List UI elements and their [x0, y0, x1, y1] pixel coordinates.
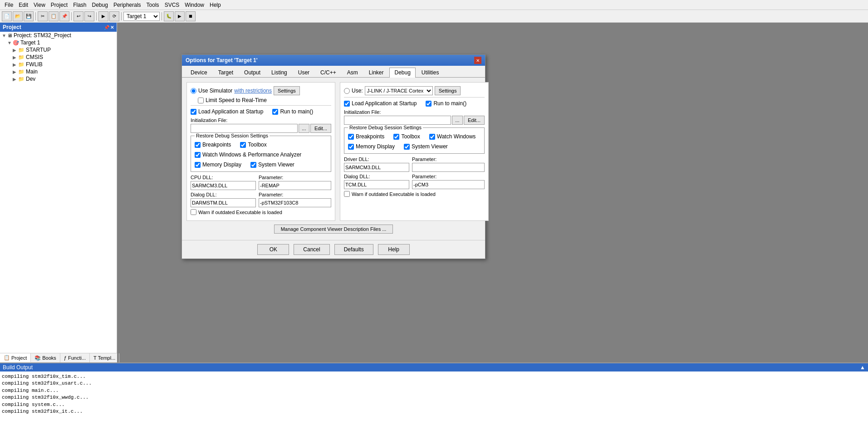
- tree-item-target1[interactable]: ▼ 🎯 Target 1: [0, 39, 117, 46]
- defaults-button[interactable]: Defaults: [334, 244, 373, 255]
- tree-item-dev[interactable]: ▶ 📁 Dev: [0, 75, 117, 83]
- toolbox-checkbox-left[interactable]: [240, 142, 246, 148]
- run-to-main-checkbox-left[interactable]: [272, 109, 278, 115]
- tree-item-startup[interactable]: ▶ 📁 STARTUP: [0, 46, 117, 54]
- redo-btn[interactable]: ↪: [84, 11, 94, 21]
- menu-flash[interactable]: Flash: [70, 1, 89, 9]
- watch-windows-checkbox-left[interactable]: [195, 152, 201, 158]
- init-file-input-right[interactable]: [344, 116, 451, 125]
- limit-speed-checkbox[interactable]: [198, 98, 204, 103]
- tree-item-cmsis[interactable]: ▶ 📁 CMSIS: [0, 54, 117, 61]
- rebuild-btn[interactable]: ⟳: [109, 11, 119, 21]
- expand-startup[interactable]: ▶: [13, 48, 18, 53]
- menu-view[interactable]: View: [31, 1, 48, 9]
- tab-cpp[interactable]: C/C++: [315, 68, 341, 77]
- init-file-edit-right[interactable]: Edit...: [464, 116, 485, 125]
- tab-listing[interactable]: Listing: [266, 68, 292, 77]
- breakpoints-checkbox-right[interactable]: [348, 134, 354, 140]
- manage-component-viewer-btn[interactable]: Manage Component Viewer Description File…: [274, 225, 393, 234]
- tab-templates[interactable]: T Templ...: [90, 353, 119, 362]
- save-btn[interactable]: 💾: [24, 11, 34, 21]
- run-to-main-checkbox-right[interactable]: [426, 101, 432, 107]
- driver-dll-input[interactable]: [344, 163, 409, 172]
- use-settings-btn[interactable]: Settings: [435, 86, 461, 95]
- cpu-dll-input[interactable]: [191, 181, 256, 190]
- menu-project[interactable]: Project: [48, 1, 70, 9]
- simulator-settings-btn[interactable]: Settings: [274, 86, 300, 95]
- watch-windows-checkbox-right[interactable]: [429, 134, 435, 140]
- tab-project[interactable]: 📋 Project: [0, 353, 31, 362]
- tab-functions[interactable]: ƒ Functi...: [60, 353, 90, 362]
- cancel-button[interactable]: Cancel: [294, 244, 329, 255]
- menu-svcs[interactable]: SVCS: [162, 1, 182, 9]
- stop-btn[interactable]: ⏹: [186, 11, 196, 21]
- init-file-input-left[interactable]: [191, 124, 298, 133]
- driver-param-input[interactable]: [412, 163, 485, 172]
- copy-btn[interactable]: 📋: [49, 11, 59, 21]
- breakpoints-label-left: Breakpoints: [202, 142, 231, 148]
- expand-dev[interactable]: ▶: [13, 77, 18, 82]
- menu-peripherals[interactable]: Peripherals: [111, 1, 144, 9]
- sidebar-close-icon[interactable]: ✕: [110, 25, 114, 30]
- debug-btn[interactable]: 🐛: [164, 11, 174, 21]
- new-file-btn[interactable]: 📄: [2, 11, 12, 21]
- dialog-dll-input-right[interactable]: [344, 180, 409, 189]
- menu-window[interactable]: Window: [182, 1, 207, 9]
- tab-output[interactable]: Output: [239, 68, 265, 77]
- tab-device[interactable]: Device: [186, 68, 212, 77]
- dialog-close-button[interactable]: ✕: [474, 57, 481, 64]
- use-radio[interactable]: [344, 88, 350, 94]
- build-btn[interactable]: ▶: [98, 11, 108, 21]
- tab-target[interactable]: Target: [213, 68, 238, 77]
- memory-display-checkbox-left[interactable]: [195, 162, 201, 168]
- with-restrictions-link[interactable]: with restrictions: [234, 88, 272, 94]
- warn-outdated-checkbox-left[interactable]: [191, 209, 196, 215]
- load-app-checkbox-left[interactable]: [191, 109, 196, 115]
- undo-btn[interactable]: ↩: [74, 11, 83, 21]
- tab-utilities[interactable]: Utilities: [417, 68, 444, 77]
- tree-item-main[interactable]: ▶ 📁 Main: [0, 68, 117, 75]
- use-select[interactable]: J-LINK / J-TRACE Cortex: [365, 86, 433, 95]
- expand-project[interactable]: ▼: [2, 33, 7, 38]
- toolbox-checkbox-right[interactable]: [393, 134, 399, 140]
- tab-books[interactable]: 📚 Books: [31, 353, 60, 362]
- cut-btn[interactable]: ✂: [38, 11, 48, 21]
- menu-debug[interactable]: Debug: [89, 1, 111, 9]
- tree-item-fwlib[interactable]: ▶ 📁 FWLIB: [0, 61, 117, 68]
- expand-target1[interactable]: ▼: [7, 40, 13, 45]
- system-viewer-checkbox-right[interactable]: [404, 144, 410, 150]
- sidebar-pin-icon[interactable]: 📌: [104, 25, 109, 30]
- init-file-edit-left[interactable]: Edit...: [310, 124, 331, 133]
- expand-fwlib[interactable]: ▶: [13, 62, 18, 67]
- simulator-radio[interactable]: [191, 88, 196, 94]
- cpu-param-input[interactable]: [259, 181, 331, 190]
- menu-file[interactable]: File: [2, 1, 16, 9]
- dialog-dll-input-left[interactable]: [191, 198, 256, 207]
- tab-asm[interactable]: Asm: [342, 68, 363, 77]
- warn-outdated-checkbox-right[interactable]: [344, 191, 350, 197]
- load-app-checkbox-right[interactable]: [344, 101, 350, 107]
- tab-linker[interactable]: Linker: [364, 68, 389, 77]
- help-button[interactable]: Help: [378, 244, 410, 255]
- paste-btn[interactable]: 📌: [59, 11, 69, 21]
- menu-tools[interactable]: Tools: [144, 1, 162, 9]
- run-btn[interactable]: ▶: [175, 11, 185, 21]
- target-select[interactable]: Target 1: [123, 12, 160, 21]
- tab-debug[interactable]: Debug: [389, 68, 415, 78]
- build-output-expand-icon[interactable]: ▲: [860, 364, 865, 371]
- open-btn[interactable]: 📂: [13, 11, 23, 21]
- menu-edit[interactable]: Edit: [16, 1, 31, 9]
- menu-help[interactable]: Help: [207, 1, 224, 9]
- tab-user[interactable]: User: [293, 68, 314, 77]
- init-file-browse-right[interactable]: ...: [452, 116, 463, 125]
- system-viewer-checkbox-left[interactable]: [250, 162, 256, 168]
- ok-button[interactable]: OK: [257, 244, 289, 255]
- memory-display-checkbox-right[interactable]: [348, 144, 354, 150]
- expand-main[interactable]: ▶: [13, 69, 18, 74]
- tree-item-project[interactable]: ▼ 🖥 Project: STM32_Project: [0, 32, 117, 39]
- expand-cmsis[interactable]: ▶: [13, 55, 18, 60]
- init-file-browse-left[interactable]: ...: [299, 124, 309, 133]
- dialog-param-input-right[interactable]: [412, 180, 485, 189]
- breakpoints-checkbox-left[interactable]: [195, 142, 201, 148]
- dialog-param-input-left[interactable]: [259, 198, 331, 207]
